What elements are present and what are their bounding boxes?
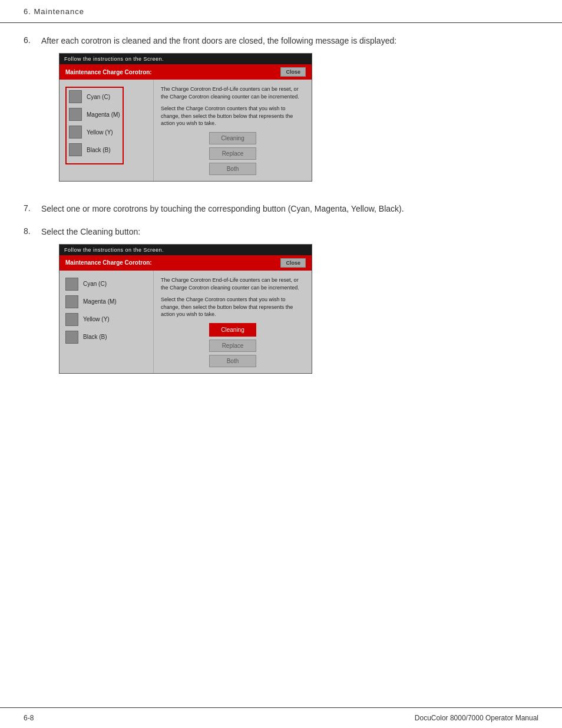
panel2-close-button[interactable]: Close <box>280 258 306 268</box>
panel1-black-label: Black (B) <box>87 147 111 153</box>
panel2-right: The Charge Corotron End-of-Life counters… <box>154 271 312 373</box>
page-container: 6. Maintenance 6. After each corotron is… <box>0 0 562 728</box>
step-7-block: 7. Select one or more corotrons by touch… <box>24 203 538 215</box>
panel1-info1: The Charge Corotron End-of-Life counters… <box>161 85 305 100</box>
panel2-corotron-cyan[interactable]: Cyan (C) <box>65 278 147 291</box>
step-6-number: 6. <box>24 35 41 192</box>
page-header: 6. Maintenance <box>0 0 562 23</box>
panel1-both-button[interactable]: Both <box>209 163 256 175</box>
panel1-info2: Select the Charge Corotron counters that… <box>161 105 305 127</box>
panel1-right: The Charge Corotron End-of-Life counters… <box>154 80 312 181</box>
panel2-black-label: Black (B) <box>83 334 107 340</box>
main-content: 6. After each corotron is cleaned and th… <box>0 23 562 430</box>
panel1-black-box <box>69 143 82 156</box>
panel2-action-buttons: Cleaning Replace Both <box>161 323 305 367</box>
panel1-replace-button[interactable]: Replace <box>209 147 256 160</box>
panel2-replace-button[interactable]: Replace <box>209 340 256 352</box>
page-footer: 6-8 DocuColor 8000/7000 Operator Manual <box>0 707 562 728</box>
panel2-yellow-label: Yellow (Y) <box>83 316 110 322</box>
step-7-number: 7. <box>24 203 41 215</box>
panel2-red-bar: Maintenance Charge Corotron: Close <box>59 255 312 271</box>
panel2-cleaning-button[interactable]: Cleaning <box>209 323 256 337</box>
panel2-magenta-box <box>65 295 78 308</box>
screen-panel-2: Follow the instructions on the Screen. M… <box>59 244 312 374</box>
step-8-number: 8. <box>24 226 41 384</box>
panel1-cyan-label: Cyan (C) <box>87 94 110 100</box>
panel1-cyan-box <box>69 90 82 103</box>
panel1-top-bar: Follow the instructions on the Screen. <box>59 54 312 64</box>
panel2-corotron-magenta[interactable]: Magenta (M) <box>65 295 147 308</box>
panel2-info1: The Charge Corotron End-of-Life counters… <box>161 276 305 291</box>
panel1-yellow-box <box>69 126 82 139</box>
panel2-yellow-box <box>65 313 78 326</box>
step-8-text: Select the Cleaning button: <box>41 226 312 238</box>
footer-page-number: 6-8 <box>24 714 34 722</box>
panel1-cleaning-button[interactable]: Cleaning <box>209 132 256 144</box>
panel1-left: Cyan (C) Magenta (M) Yellow (Y) <box>59 80 154 181</box>
panel2-body: Cyan (C) Magenta (M) Yellow (Y) <box>59 271 312 373</box>
panel2-top-bar: Follow the instructions on the Screen. <box>59 245 312 255</box>
panel1-corotron-group: Cyan (C) Magenta (M) Yellow (Y) <box>65 87 124 164</box>
panel1-body: Cyan (C) Magenta (M) Yellow (Y) <box>59 80 312 181</box>
panel1-magenta-box <box>69 108 82 121</box>
panel2-cyan-box <box>65 278 78 291</box>
panel2-red-bar-title: Maintenance Charge Corotron: <box>65 259 152 266</box>
screen-panel-1: Follow the instructions on the Screen. M… <box>59 53 312 182</box>
panel2-magenta-label: Magenta (M) <box>83 298 117 305</box>
step-8-block: 8. Select the Cleaning button: Follow th… <box>24 226 538 384</box>
header-title: 6. Maintenance <box>24 7 84 16</box>
step-6-text: After each corotron is cleaned and the f… <box>41 35 396 47</box>
panel1-red-bar: Maintenance Charge Corotron: Close <box>59 64 312 80</box>
panel1-corotron-black[interactable]: Black (B) <box>69 143 120 156</box>
footer-manual-title: DocuColor 8000/7000 Operator Manual <box>415 714 538 722</box>
panel1-corotron-yellow[interactable]: Yellow (Y) <box>69 126 120 139</box>
panel1-yellow-label: Yellow (Y) <box>87 129 113 136</box>
panel1-magenta-label: Magenta (M) <box>87 111 120 118</box>
panel1-corotron-cyan[interactable]: Cyan (C) <box>69 90 120 103</box>
panel2-left: Cyan (C) Magenta (M) Yellow (Y) <box>59 271 154 373</box>
step-7-text: Select one or more corotrons by touching… <box>41 203 404 215</box>
panel2-info2: Select the Charge Corotron counters that… <box>161 296 305 318</box>
panel2-cyan-label: Cyan (C) <box>83 281 107 287</box>
panel1-action-buttons: Cleaning Replace Both <box>161 132 305 175</box>
step-6-block: 6. After each corotron is cleaned and th… <box>24 35 538 192</box>
panel1-close-button[interactable]: Close <box>280 67 306 77</box>
panel2-black-box <box>65 331 78 344</box>
panel2-corotron-black[interactable]: Black (B) <box>65 331 147 344</box>
panel2-corotron-yellow[interactable]: Yellow (Y) <box>65 313 147 326</box>
panel2-both-button[interactable]: Both <box>209 355 256 367</box>
panel1-corotron-magenta[interactable]: Magenta (M) <box>69 108 120 121</box>
panel1-red-bar-title: Maintenance Charge Corotron: <box>65 69 152 75</box>
